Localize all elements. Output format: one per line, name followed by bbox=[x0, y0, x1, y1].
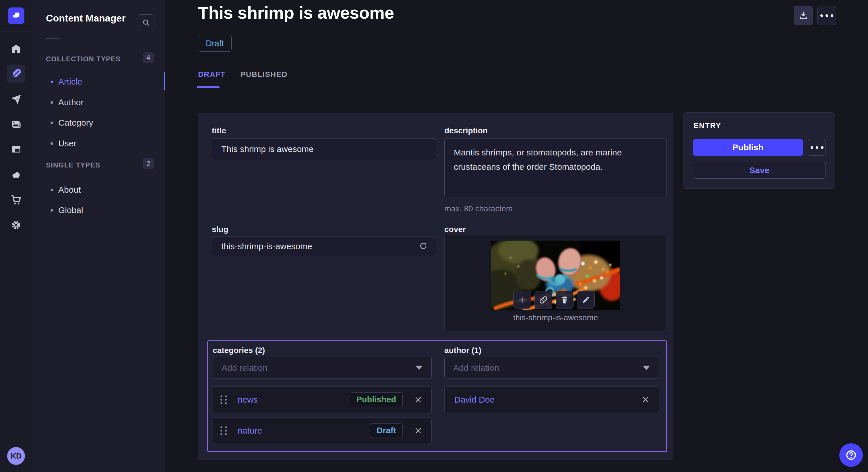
cover-copy-link-button[interactable] bbox=[534, 291, 552, 309]
ellipsis-icon bbox=[820, 14, 833, 17]
cart-icon bbox=[10, 194, 22, 206]
layout-icon bbox=[10, 144, 22, 155]
collection-types-count: 4 bbox=[143, 52, 154, 63]
cloud-icon bbox=[10, 169, 22, 181]
entry-heading: ENTRY bbox=[693, 121, 721, 130]
nav-deploy-button[interactable] bbox=[10, 169, 22, 181]
section-collection-types: COLLECTION TYPES bbox=[46, 55, 121, 63]
strapi-logo-icon bbox=[11, 11, 21, 21]
nav-settings-button[interactable] bbox=[10, 219, 22, 231]
search-button[interactable] bbox=[138, 14, 154, 31]
sidebar-item-author[interactable]: Author bbox=[32, 92, 164, 113]
drag-handle-icon[interactable] bbox=[220, 396, 227, 404]
description-field-label: description bbox=[444, 126, 488, 135]
publish-button[interactable]: Publish bbox=[693, 139, 803, 156]
description-textarea[interactable]: Mantis shrimps, or stomatopods, are mari… bbox=[444, 138, 667, 197]
strapi-logo[interactable] bbox=[8, 7, 24, 24]
drag-handle-icon[interactable] bbox=[220, 427, 227, 435]
title-field-label: title bbox=[212, 126, 226, 135]
categories-add-relation-select[interactable]: Add relation bbox=[213, 357, 432, 379]
more-actions-button[interactable] bbox=[817, 6, 836, 25]
tab-published[interactable]: PUBLISHED bbox=[241, 70, 288, 79]
remove-relation-button[interactable] bbox=[640, 394, 651, 405]
subnav-divider bbox=[46, 38, 59, 39]
ellipsis-icon bbox=[811, 146, 824, 149]
slug-field-label: slug bbox=[212, 225, 228, 234]
slug-input[interactable] bbox=[212, 237, 436, 256]
regenerate-slug-button[interactable] bbox=[417, 241, 429, 252]
cover-add-button[interactable] bbox=[513, 291, 531, 309]
relation-status-badge: Draft bbox=[370, 423, 403, 438]
sidebar-item-label: Category bbox=[58, 118, 93, 128]
bullet-icon bbox=[51, 101, 53, 104]
relation-status-badge: Published bbox=[350, 392, 403, 407]
sidebar-item-label: Global bbox=[58, 205, 83, 215]
active-tab-underline bbox=[197, 86, 220, 88]
plus-icon bbox=[517, 295, 527, 305]
status-badge: Draft bbox=[198, 35, 231, 52]
media-icon bbox=[10, 119, 22, 130]
relations-highlight-group: categories (2) Add relation news Publish… bbox=[207, 340, 667, 452]
sidebar-item-article[interactable]: Article bbox=[32, 71, 164, 92]
sidebar-item-category[interactable]: Category bbox=[32, 112, 164, 133]
bullet-icon bbox=[51, 142, 53, 145]
export-button[interactable] bbox=[794, 6, 813, 25]
download-icon bbox=[798, 10, 809, 21]
category-item-nature: nature Draft bbox=[213, 417, 432, 444]
close-icon bbox=[414, 396, 423, 404]
categories-field-label: categories (2) bbox=[213, 346, 265, 355]
cover-field: this-shrimp-is-awesome bbox=[444, 235, 667, 331]
entry-panel: ENTRY Publish Save bbox=[683, 112, 835, 189]
close-icon bbox=[641, 396, 650, 404]
sidebar-item-about[interactable]: About bbox=[32, 179, 164, 200]
nav-home-button[interactable] bbox=[10, 42, 22, 55]
cover-edit-button[interactable] bbox=[577, 291, 595, 309]
remove-relation-button[interactable] bbox=[412, 425, 424, 436]
nav-marketplace-button[interactable] bbox=[10, 194, 22, 206]
remove-relation-button[interactable] bbox=[412, 394, 424, 405]
subnav-title: Content Manager bbox=[46, 12, 126, 24]
sidebar-item-global[interactable]: Global bbox=[32, 200, 164, 221]
sidebar-item-user[interactable]: User bbox=[32, 133, 164, 154]
sidebar-item-label: Author bbox=[58, 98, 84, 107]
link-icon bbox=[539, 295, 548, 305]
relation-link[interactable]: news bbox=[238, 395, 258, 405]
relation-link[interactable]: nature bbox=[238, 426, 262, 436]
bullet-icon bbox=[51, 80, 53, 83]
pencil-icon bbox=[582, 296, 590, 304]
cover-delete-button[interactable] bbox=[556, 291, 574, 309]
single-types-count: 2 bbox=[143, 158, 154, 169]
nav-media-library-button[interactable] bbox=[10, 118, 22, 131]
author-add-relation-select[interactable]: Add relation bbox=[444, 357, 659, 379]
feather-icon bbox=[10, 68, 22, 80]
question-circle-icon bbox=[845, 449, 857, 461]
bullet-icon bbox=[51, 209, 53, 212]
bullet-icon bbox=[51, 189, 53, 191]
home-icon bbox=[10, 43, 22, 55]
nav-content-manager-button[interactable] bbox=[10, 67, 22, 80]
description-hint: max. 80 characters bbox=[444, 204, 513, 213]
nav-content-type-builder-button[interactable] bbox=[10, 143, 22, 156]
gear-icon bbox=[10, 220, 22, 231]
close-icon bbox=[414, 427, 423, 435]
tab-draft[interactable]: DRAFT bbox=[198, 70, 226, 79]
help-button[interactable] bbox=[839, 443, 863, 467]
slug-field bbox=[212, 237, 436, 256]
relation-link[interactable]: David Doe bbox=[454, 395, 495, 405]
entry-more-button[interactable] bbox=[808, 139, 826, 156]
nav-bottom-divider bbox=[0, 441, 32, 441]
cover-caption: this-shrimp-is-awesome bbox=[445, 313, 666, 322]
content-manager-sidebar: Content Manager COLLECTION TYPES 4 Artic… bbox=[32, 0, 165, 472]
title-input[interactable] bbox=[212, 138, 436, 160]
chevron-down-icon bbox=[415, 366, 423, 370]
sidebar-item-label: About bbox=[58, 185, 81, 195]
trash-icon bbox=[560, 296, 569, 304]
nav-releases-button[interactable] bbox=[10, 93, 22, 106]
nav-divider bbox=[0, 32, 32, 32]
chevron-down-icon bbox=[643, 366, 650, 370]
user-avatar[interactable]: KD bbox=[7, 447, 25, 465]
page-title: This shrimp is awesome bbox=[198, 3, 394, 23]
cover-action-bar bbox=[513, 291, 595, 309]
save-button[interactable]: Save bbox=[693, 162, 826, 179]
paper-plane-icon bbox=[10, 94, 22, 105]
